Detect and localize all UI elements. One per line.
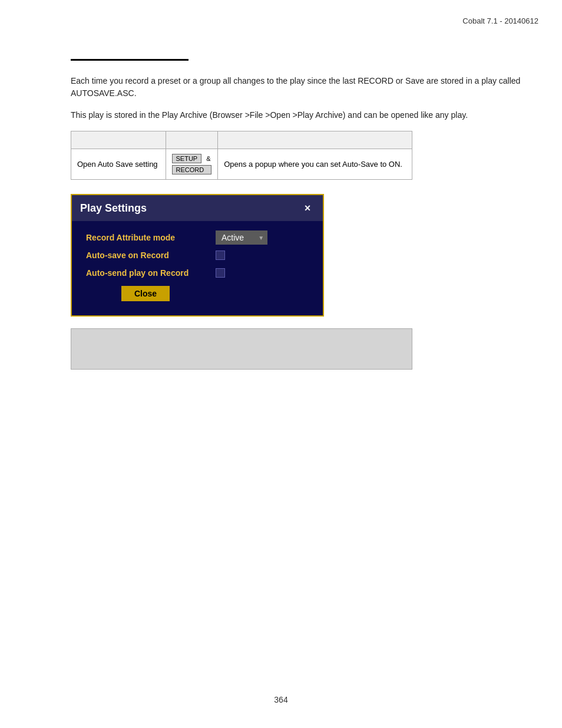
paragraph-2: This play is stored in the Play Archive …	[71, 109, 527, 121]
dialog-body: Record Attribute mode Active Auto-save o…	[72, 221, 323, 315]
table-cell-label: Open Auto Save setting	[71, 149, 166, 180]
settings-table: Open Auto Save setting SETUP & RECORD Op…	[71, 131, 412, 180]
section-divider	[71, 59, 189, 61]
autosave-label: Auto-save on Record	[86, 251, 216, 260]
autosend-label: Auto-send play on Record	[86, 268, 216, 278]
record-button[interactable]: RECORD	[172, 165, 212, 174]
button-group: SETUP & RECORD	[172, 154, 212, 174]
ampersand-symbol: &	[206, 155, 210, 162]
dialog-close-button[interactable]: ×	[300, 201, 315, 215]
close-button[interactable]: Close	[121, 286, 170, 301]
table-row: Open Auto Save setting SETUP & RECORD Op…	[71, 149, 412, 180]
table-header-row	[71, 131, 412, 149]
table-cell-buttons: SETUP & RECORD	[166, 149, 218, 180]
dialog-row-autosend: Auto-send play on Record	[86, 268, 309, 278]
table-header-cell-2	[166, 131, 218, 149]
record-attribute-dropdown[interactable]: Active	[216, 230, 267, 245]
paragraph-1: Each time you record a preset or a group…	[71, 75, 527, 100]
table-cell-description: Opens a popup where you can set Auto-Sav…	[218, 149, 412, 180]
table-header-cell-1	[71, 131, 166, 149]
setup-button[interactable]: SETUP	[172, 154, 202, 163]
table-header-cell-3	[218, 131, 412, 149]
record-attribute-label: Record Attribute mode	[86, 233, 216, 242]
dialog-row-autosave: Auto-save on Record	[86, 251, 309, 260]
bottom-grey-box	[71, 328, 412, 370]
play-settings-dialog: Play Settings × Record Attribute mode Ac…	[71, 194, 324, 317]
page-version: Cobalt 7.1 - 20140612	[462, 17, 538, 25]
version-text: Cobalt 7.1 - 20140612	[462, 17, 538, 25]
dialog-title-bar: Play Settings ×	[72, 195, 323, 221]
dialog-close-row: Close	[86, 286, 309, 301]
dialog-title: Play Settings	[80, 202, 147, 215]
active-dropdown-wrapper[interactable]: Active	[216, 233, 267, 242]
page-number: 364	[274, 695, 287, 704]
setup-record-row: SETUP &	[172, 154, 212, 163]
autosave-checkbox[interactable]	[216, 251, 225, 260]
page-content: Each time you record a preset or a group…	[71, 59, 527, 393]
autosend-checkbox[interactable]	[216, 268, 225, 278]
dialog-row-record-attribute: Record Attribute mode Active	[86, 233, 309, 242]
